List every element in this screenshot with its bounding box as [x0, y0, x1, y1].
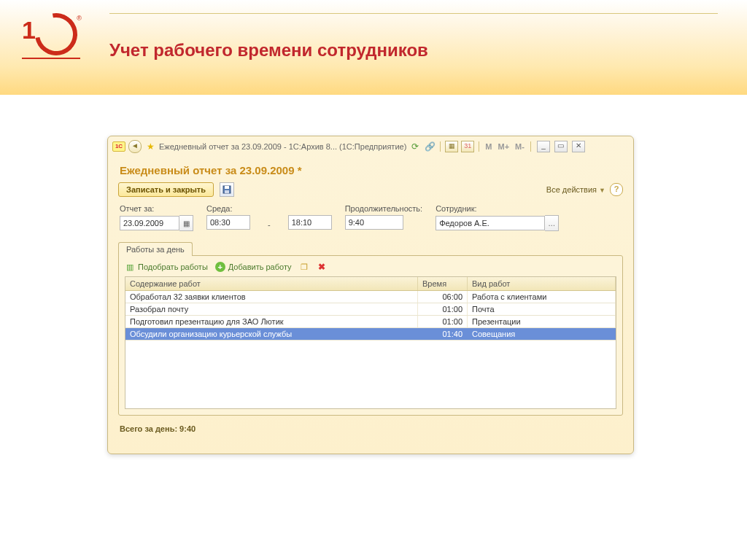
- tab-body: ▥ Подобрать работы + Добавить работу ❐ ✖…: [118, 255, 623, 416]
- pick-works-button[interactable]: ▥ Подобрать работы: [125, 262, 208, 272]
- table-row[interactable]: Подготовил презентацию для ЗАО Лютик01:0…: [125, 316, 616, 328]
- slide-title: Учет рабочего времени сотрудников: [109, 40, 428, 61]
- window-close-button[interactable]: ✕: [572, 141, 585, 152]
- save-and-close-button[interactable]: Записать и закрыть: [118, 182, 214, 197]
- save-button[interactable]: [220, 182, 234, 197]
- date-picker-button[interactable]: ▦: [179, 215, 193, 231]
- document-toolbar: Записать и закрыть Все действия ▼ ?: [118, 182, 623, 197]
- col-time-header[interactable]: Время: [418, 277, 468, 290]
- works-grid: Содержание работ Время Вид работ Обработ…: [125, 276, 616, 409]
- from-label: Среда:: [206, 204, 250, 213]
- memory-mplus-button[interactable]: M+: [497, 142, 511, 151]
- duration-input[interactable]: [345, 215, 403, 230]
- logo-1c: 1 ®: [22, 15, 80, 55]
- floppy-disk-icon: [222, 185, 231, 194]
- window-titlebar: 1C ◄ ★ Ежедневный отчет за 23.09.2009 - …: [108, 136, 633, 157]
- document-title: Ежедневный отчет за 23.09.2009 *: [120, 164, 623, 176]
- dropdown-arrow-icon: ▼: [599, 187, 605, 194]
- tab-works-for-day[interactable]: Работы за день: [118, 242, 193, 256]
- add-work-button[interactable]: + Добавить работу: [215, 262, 292, 272]
- calendar-icon[interactable]: 31: [461, 141, 474, 152]
- window-restore-button[interactable]: ▭: [554, 141, 568, 152]
- app-window: 1C ◄ ★ Ежедневный отчет за 23.09.2009 - …: [107, 136, 634, 454]
- window-minimize-button[interactable]: _: [537, 141, 550, 152]
- app-icon-1c: 1C: [112, 141, 125, 152]
- col-kind-header[interactable]: Вид работ: [468, 277, 616, 290]
- date-label: Отчет за:: [120, 204, 193, 213]
- pick-works-icon: ▥: [125, 262, 135, 272]
- col-content-header[interactable]: Содержание работ: [125, 277, 418, 290]
- date-input[interactable]: [120, 216, 179, 230]
- svg-rect-2: [225, 190, 229, 193]
- footer-total: Всего за день: 9:40: [118, 421, 623, 436]
- table-row[interactable]: Обсудили организацию курьерской службы01…: [125, 328, 616, 341]
- table-row[interactable]: Разобрал почту01:00Почта: [125, 303, 616, 316]
- from-time-input[interactable]: [206, 215, 250, 230]
- copy-icon[interactable]: ❐: [299, 262, 309, 272]
- slide-header-band: 1 ® Учет рабочего времени сотрудников: [0, 0, 747, 95]
- employee-label: Сотрудник:: [436, 204, 559, 213]
- delete-icon[interactable]: ✖: [317, 262, 327, 272]
- favorite-icon[interactable]: ★: [144, 141, 156, 152]
- to-time-input[interactable]: [288, 215, 332, 230]
- memory-mminus-button[interactable]: M-: [514, 142, 526, 151]
- table-row[interactable]: Обработал 32 заявки клиентов06:00Работа …: [125, 291, 616, 303]
- add-icon: +: [215, 262, 225, 272]
- header-rule: [109, 13, 718, 14]
- fields-row: Отчет за: ▦ Среда: - Продолжительност: [118, 204, 623, 231]
- svg-rect-1: [225, 186, 229, 189]
- refresh-icon[interactable]: ⟳: [409, 141, 421, 152]
- link-icon[interactable]: 🔗: [424, 141, 436, 152]
- window-title-text: Ежедневный отчет за 23.09.2009 - 1С:Архи…: [159, 142, 406, 151]
- time-range-dash: -: [263, 220, 275, 231]
- employee-select-button[interactable]: …: [545, 215, 559, 231]
- memory-m-button[interactable]: M: [484, 142, 493, 151]
- duration-label: Продолжительность:: [345, 204, 422, 213]
- nav-back-button[interactable]: ◄: [128, 140, 142, 153]
- grid-header: Содержание работ Время Вид работ: [125, 277, 616, 291]
- employee-input[interactable]: [436, 216, 545, 230]
- help-button[interactable]: ?: [610, 183, 623, 196]
- all-actions-menu[interactable]: Все действия ▼: [546, 185, 605, 194]
- calculator-icon[interactable]: ▦: [445, 141, 458, 152]
